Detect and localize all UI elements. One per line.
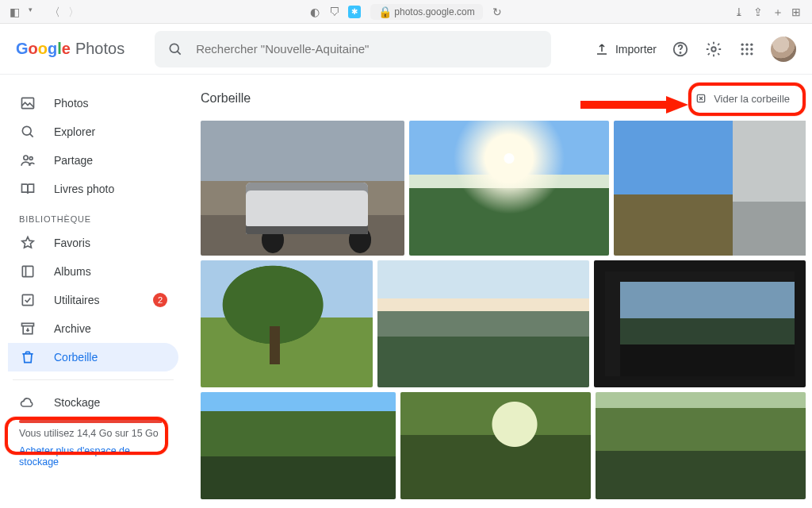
people-icon bbox=[19, 152, 36, 168]
page-title: Corbeille bbox=[201, 91, 251, 106]
svg-line-1 bbox=[178, 51, 181, 54]
sidebar-item-label: Corbeille bbox=[54, 351, 98, 364]
url-bar[interactable]: 🔒 photos.google.com bbox=[370, 4, 482, 20]
forward-icon[interactable]: 〉 bbox=[68, 6, 79, 17]
photo-thumbnail[interactable] bbox=[614, 121, 806, 256]
storage-bar bbox=[19, 420, 167, 423]
svg-point-3 bbox=[680, 52, 680, 53]
photo-thumbnail[interactable] bbox=[201, 121, 404, 256]
main-content: Corbeille Vider la corbeille bbox=[186, 75, 812, 508]
svg-rect-20 bbox=[22, 294, 33, 305]
plus-icon[interactable]: ＋ bbox=[772, 6, 783, 17]
sidebar-item-albums[interactable]: Albums bbox=[8, 257, 178, 286]
sidebar-item-label: Photos bbox=[54, 97, 89, 110]
sidebar-item-explore[interactable]: Explorer bbox=[8, 117, 178, 146]
svg-point-8 bbox=[741, 48, 744, 50]
trash-icon bbox=[19, 349, 36, 365]
share-icon[interactable]: ⇪ bbox=[753, 6, 764, 17]
extension-badge-icon[interactable]: ✱ bbox=[348, 6, 361, 18]
photo-thumbnail[interactable] bbox=[201, 260, 373, 387]
search-bar[interactable] bbox=[155, 31, 551, 67]
photo-grid bbox=[201, 121, 806, 499]
svg-point-6 bbox=[745, 43, 748, 45]
download-icon[interactable]: ⤓ bbox=[734, 6, 745, 17]
image-icon bbox=[19, 95, 36, 111]
chevron-down-icon[interactable]: ▾ bbox=[29, 6, 40, 17]
archive-icon bbox=[19, 321, 36, 337]
buy-storage-link[interactable]: Acheter plus d'espace de stockage bbox=[19, 445, 167, 468]
photo-thumbnail[interactable] bbox=[596, 392, 806, 499]
avatar[interactable] bbox=[771, 37, 796, 62]
sidebar-toggle-icon[interactable]: ◧ bbox=[10, 6, 21, 17]
search-input[interactable] bbox=[194, 41, 538, 56]
photo-thumbnail[interactable] bbox=[594, 260, 806, 387]
reader-icon[interactable]: ◐ bbox=[310, 6, 321, 17]
sidebar: Photos Explorer Partage Livres photo BIB… bbox=[0, 75, 186, 508]
empty-trash-label: Vider la corbeille bbox=[714, 93, 790, 105]
photo-thumbnail[interactable] bbox=[201, 392, 396, 499]
photo-thumbnail[interactable] bbox=[400, 392, 591, 499]
sidebar-item-utilities[interactable]: Utilitaires 2 bbox=[8, 286, 178, 314]
notification-badge: 2 bbox=[153, 293, 167, 307]
search-icon bbox=[19, 124, 36, 140]
apps-grid-icon[interactable] bbox=[737, 40, 756, 59]
empty-trash-button[interactable]: Vider la corbeille bbox=[687, 87, 798, 110]
star-icon bbox=[19, 235, 36, 251]
svg-point-0 bbox=[170, 44, 179, 52]
sidebar-item-label: Archive bbox=[54, 322, 91, 335]
sidebar-item-trash[interactable]: Corbeille bbox=[8, 343, 178, 371]
sidebar-item-label: Explorer bbox=[54, 125, 95, 138]
google-photos-logo[interactable]: Google Photos bbox=[16, 40, 124, 58]
lock-icon: 🔒 bbox=[378, 6, 389, 17]
annotation-arrow bbox=[579, 94, 690, 116]
svg-point-18 bbox=[29, 157, 33, 160]
tabs-icon[interactable]: ⊞ bbox=[791, 6, 802, 17]
search-icon bbox=[167, 41, 183, 57]
sidebar-item-label: Utilitaires bbox=[54, 294, 100, 306]
svg-point-7 bbox=[750, 43, 753, 45]
sidebar-item-favorites[interactable]: Favoris bbox=[8, 229, 178, 257]
book-icon bbox=[19, 181, 36, 197]
svg-point-10 bbox=[750, 48, 753, 50]
svg-line-16 bbox=[30, 134, 33, 137]
url-text: photos.google.com bbox=[394, 6, 474, 17]
sidebar-item-label: Partage bbox=[54, 154, 93, 167]
sidebar-item-photobooks[interactable]: Livres photo bbox=[8, 175, 178, 203]
cloud-icon bbox=[19, 394, 36, 410]
sidebar-section-label: BIBLIOTHÈQUE bbox=[8, 203, 178, 229]
storage-bar-fill bbox=[19, 420, 162, 423]
storage-usage-text: Vous utilisez 14,4 Go sur 15 Go bbox=[19, 428, 167, 439]
upload-icon bbox=[595, 42, 609, 56]
sidebar-item-storage[interactable]: Stockage bbox=[19, 388, 167, 417]
import-button[interactable]: Importer bbox=[595, 42, 657, 56]
photo-thumbnail[interactable] bbox=[377, 260, 589, 387]
sidebar-item-archive[interactable]: Archive bbox=[8, 314, 178, 343]
back-icon[interactable]: 〈 bbox=[49, 6, 60, 17]
reload-icon[interactable]: ↻ bbox=[492, 6, 504, 17]
sidebar-item-label: Albums bbox=[54, 265, 91, 278]
svg-point-4 bbox=[711, 47, 716, 52]
app-header: Google Photos Importer bbox=[0, 24, 812, 75]
help-icon[interactable] bbox=[671, 40, 690, 59]
photo-thumbnail[interactable] bbox=[409, 121, 609, 256]
sidebar-item-label: Favoris bbox=[54, 237, 90, 249]
svg-rect-19 bbox=[22, 266, 33, 276]
svg-point-12 bbox=[745, 52, 748, 55]
shield-icon[interactable]: ⛉ bbox=[329, 6, 340, 17]
svg-point-5 bbox=[741, 43, 744, 45]
svg-point-15 bbox=[22, 126, 31, 135]
browser-chrome: ◧ ▾ 〈 〉 ◐ ⛉ ✱ 🔒 photos.google.com ↻ ⤓ ⇪ … bbox=[0, 0, 812, 24]
utilities-icon bbox=[19, 292, 36, 308]
logo-product-word: Photos bbox=[75, 40, 124, 58]
gear-icon[interactable] bbox=[704, 40, 723, 59]
sidebar-item-photos[interactable]: Photos bbox=[8, 89, 178, 117]
album-icon bbox=[19, 264, 36, 279]
sidebar-item-label: Livres photo bbox=[54, 183, 114, 195]
empty-trash-icon bbox=[695, 92, 707, 105]
svg-rect-21 bbox=[22, 323, 34, 325]
svg-point-13 bbox=[750, 52, 753, 55]
svg-marker-24 bbox=[666, 96, 688, 114]
sidebar-item-sharing[interactable]: Partage bbox=[8, 146, 178, 175]
svg-point-9 bbox=[745, 48, 748, 50]
divider bbox=[13, 379, 174, 380]
